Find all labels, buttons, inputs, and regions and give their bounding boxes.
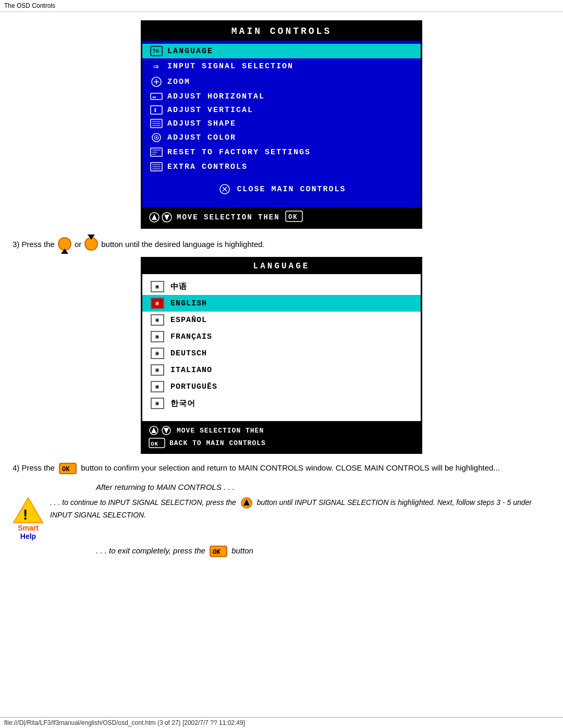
after-returning-text: After returning to MAIN CONTROLS . . . — [13, 483, 550, 491]
svg-marker-35 — [151, 427, 156, 433]
osd-horizontal-label: ADJUST HORIZONTAL — [167, 92, 265, 101]
smart-help-row: ! Smart Help . . . to continue to INPUT … — [13, 497, 550, 540]
language-box: LANGUAGE ▣ 中语 ▣ ENGLISH ▣ ESPAÑOL ▣ FRAN… — [141, 257, 422, 454]
ok-footer-box: OK — [285, 211, 303, 224]
osd-item-reset[interactable]: RESET TO FACTORY SETTINGS — [142, 145, 421, 159]
svg-text:OK: OK — [213, 549, 221, 556]
instruction-4: 4) Press the OK button to confirm your s… — [13, 462, 550, 474]
osd-item-zoom[interactable]: ZOOM — [142, 74, 421, 90]
lang-label-english: ENGLISH — [170, 299, 207, 308]
osd-item-horizontal[interactable]: ↔ ADJUST HORIZONTAL — [142, 90, 421, 103]
lang-icon-portugues: ▣ — [151, 381, 164, 392]
lang-item-francais[interactable]: ▣ FRANÇAIS — [142, 328, 421, 345]
osd-footer-label: MOVE SELECTION THEN — [177, 213, 280, 221]
reset-icon — [149, 147, 164, 157]
top-bar: The OSD Controls — [0, 0, 563, 12]
main-controls-title: MAIN CONTROLS — [142, 22, 421, 41]
lang-item-chinese[interactable]: ▣ 中语 — [142, 278, 421, 295]
svg-marker-42 — [14, 498, 43, 523]
lang-label-chinese: 中语 — [170, 282, 187, 292]
svg-text:©: © — [156, 48, 160, 54]
osd-close-row[interactable]: CLOSE MAIN CONTROLS — [142, 178, 421, 200]
osd-item-extra[interactable]: EXTRA CONTROLS — [142, 159, 421, 174]
main-controls-box: MAIN CONTROLS ? © LANGUAGE ⇒ INPUT SIGNA… — [141, 20, 422, 229]
lang-icon-deutsch: ▣ — [151, 348, 164, 359]
osd-item-shape[interactable]: ADJUST SHAPE — [142, 117, 421, 130]
svg-point-16 — [156, 137, 157, 139]
osd-item-input[interactable]: ⇒ INPUT SIGNAL SELECTION — [142, 58, 421, 74]
osd-footer: MOVE SELECTION THEN OK — [142, 207, 421, 227]
exit-text: . . . to exit completely, press the OK b… — [13, 546, 550, 557]
lang-icon-francais: ▣ — [151, 331, 164, 342]
ok-button-exit[interactable]: OK — [210, 546, 227, 557]
lang-item-italiano[interactable]: ▣ ITALIANO — [142, 362, 421, 378]
lang-label-francais: FRANÇAIS — [170, 332, 212, 341]
spacer1 — [142, 174, 421, 178]
footer-icons — [149, 212, 173, 223]
lang-footer-row1: MOVE SELECTION THEN — [149, 424, 414, 437]
color-icon — [149, 132, 164, 143]
osd-reset-label: RESET TO FACTORY SETTINGS — [167, 148, 311, 157]
lang-icon-italiano: ▣ — [151, 364, 164, 376]
bottom-bar: file:///D|/Rita/LF3/lf3manual/english/OS… — [0, 717, 563, 728]
horizontal-icon: ↔ — [149, 92, 164, 101]
osd-color-label: ADJUST COLOR — [167, 133, 236, 142]
exit-text2: button — [231, 546, 253, 555]
instruction-3-text3: button until the desired language is hig… — [101, 240, 265, 249]
osd-item-color[interactable]: ADJUST COLOR — [142, 130, 421, 145]
exit-text1: . . . to exit completely, press the — [96, 546, 205, 555]
up-button-1[interactable] — [58, 237, 71, 251]
ok-button-inline-4[interactable]: OK — [59, 463, 77, 474]
osd-vertical-label: ADJUST VERTICAL — [167, 106, 253, 115]
osd-items-list: ? © LANGUAGE ⇒ INPUT SIGNAL SELECTION — [142, 41, 421, 207]
svg-marker-29 — [152, 214, 157, 220]
svg-text:!: ! — [23, 507, 28, 523]
top-bar-label: The OSD Controls — [4, 2, 55, 9]
lang-label-korean: 한국어 — [170, 399, 195, 409]
lang-footer: MOVE SELECTION THEN OK BACK TO MAIN CONT… — [142, 421, 421, 452]
svg-marker-31 — [164, 215, 169, 220]
lang-footer-row2: OK BACK TO MAIN CONTROLS — [149, 437, 414, 449]
instruction-3: 3) Press the or button until the desired… — [13, 237, 550, 251]
warning-triangle-icon: ! — [13, 497, 44, 524]
up-button-smart[interactable] — [240, 497, 253, 509]
smart-help-section: After returning to MAIN CONTROLS . . . !… — [13, 483, 550, 557]
help-label: Help — [20, 532, 36, 540]
svg-text:↕: ↕ — [153, 106, 158, 114]
smart-help-para1: . . . to continue to INPUT SIGNAL SELECT… — [50, 497, 550, 521]
lang-item-portugues[interactable]: ▣ PORTUGUÊS — [142, 378, 421, 395]
osd-shape-label: ADJUST SHAPE — [167, 119, 236, 128]
shape-icon — [149, 119, 164, 128]
lang-item-deutsch[interactable]: ▣ DEUTSCH — [142, 345, 421, 362]
smart-text1: . . . to continue to INPUT SIGNAL SELECT… — [50, 498, 236, 507]
language-icon: ? © — [149, 46, 164, 56]
extra-icon — [149, 162, 164, 172]
osd-item-language[interactable]: ? © LANGUAGE — [142, 44, 421, 58]
lang-item-korean[interactable]: ▣ 한국어 — [142, 395, 421, 412]
lang-label-espanol: ESPAÑOL — [170, 316, 207, 325]
svg-text:OK: OK — [151, 441, 158, 447]
lang-icon-korean: ▣ — [151, 398, 164, 409]
lang-items-list: ▣ 中语 ▣ ENGLISH ▣ ESPAÑOL ▣ FRANÇAIS ▣ DE — [142, 274, 421, 421]
lang-item-english[interactable]: ▣ ENGLISH — [142, 295, 421, 312]
osd-close-label: CLOSE MAIN CONTROLS — [237, 185, 346, 194]
svg-marker-37 — [164, 428, 169, 434]
osd-input-label: INPUT SIGNAL SELECTION — [167, 62, 293, 71]
close-icon — [217, 183, 232, 195]
lang-label-portugues: PORTUGUÊS — [170, 382, 217, 391]
spacer2 — [142, 200, 421, 204]
lang-item-espanol[interactable]: ▣ ESPAÑOL — [142, 312, 421, 328]
osd-language-label: LANGUAGE — [167, 47, 213, 56]
bottom-bar-label: file:///D|/Rita/LF3/lf3manual/english/OS… — [4, 719, 245, 726]
lang-icon-english: ▣ — [151, 298, 164, 309]
input-icon: ⇒ — [149, 60, 164, 72]
language-title: LANGUAGE — [142, 258, 421, 274]
osd-item-vertical[interactable]: ↕ ADJUST VERTICAL — [142, 103, 421, 117]
down-arrow-icon — [88, 240, 95, 249]
lang-icon-espanol: ▣ — [151, 314, 164, 326]
svg-text:↔: ↔ — [152, 93, 157, 101]
down-button-1[interactable] — [84, 237, 98, 251]
smart-help-text: . . . to continue to INPUT SIGNAL SELECT… — [50, 497, 550, 525]
instruction-4-text2: button to confirm your selection and ret… — [81, 463, 500, 472]
lang-icon-chinese: ▣ — [151, 281, 164, 292]
